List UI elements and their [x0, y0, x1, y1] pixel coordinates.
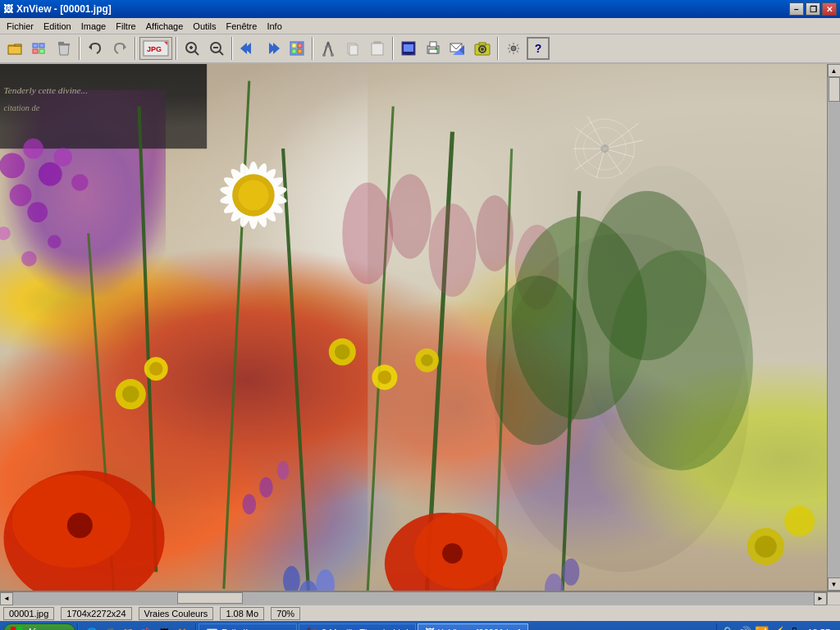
svg-rect-6: [39, 49, 44, 53]
svg-point-32: [322, 53, 326, 57]
tray-icon-3: 📶: [755, 626, 769, 630]
menu-fenetre[interactable]: Fenêtre: [221, 20, 262, 33]
redo-button[interactable]: [108, 37, 131, 60]
toolbar-separator-7: [497, 37, 499, 60]
copy-button[interactable]: [341, 37, 364, 60]
scroll-up-button[interactable]: ▲: [828, 64, 841, 77]
system-tray: 🔒 🔊 📶 ⚡ 🖧 18:57: [716, 623, 837, 630]
scroll-right-button[interactable]: ►: [814, 592, 827, 605]
menu-edition[interactable]: Edition: [39, 20, 76, 33]
restore-button[interactable]: ❐: [806, 2, 820, 16]
svg-rect-3: [33, 43, 38, 48]
scroll-down-button[interactable]: ▼: [828, 578, 841, 591]
files-icon[interactable]: 📁: [120, 624, 136, 630]
svg-point-33: [331, 53, 334, 57]
toolbar-separator-2: [135, 37, 136, 60]
taskbar-felixii[interactable]: 📧 Felix II: [199, 623, 297, 630]
tray-icon-1: 🔒: [720, 626, 734, 630]
svg-rect-5: [33, 49, 38, 53]
settings-button[interactable]: [502, 37, 525, 60]
svg-rect-28: [292, 49, 296, 53]
svg-point-46: [436, 48, 438, 50]
taskbar-separator-1: [77, 623, 79, 630]
fullscreen-button[interactable]: [397, 37, 420, 60]
scrollbar-container-h: ◄ ►: [0, 591, 840, 605]
svg-rect-39: [374, 42, 381, 43]
menu-fichier[interactable]: Fichier: [2, 20, 39, 33]
next-button[interactable]: [261, 37, 284, 60]
svg-line-17: [194, 51, 199, 55]
browse-button[interactable]: [28, 37, 51, 60]
taskbar: démarrer 🌐 🎵 📁 📬 🖼 🦊 📧 Felix II 🦅 2 Mozi…: [0, 621, 840, 630]
window-title: XnView - [00001.jpg]: [16, 3, 112, 15]
cut-button[interactable]: [317, 37, 340, 60]
open-button[interactable]: [3, 37, 26, 60]
menu-affichage[interactable]: Affichage: [141, 20, 189, 33]
zoom-out-button[interactable]: [205, 37, 228, 60]
taskbar-xnview[interactable]: 🖼 XnView - [00001.jpg]: [418, 623, 528, 630]
svg-rect-27: [298, 43, 302, 48]
toolbar-separator-5: [312, 37, 313, 60]
scroll-left-button[interactable]: ◄: [0, 592, 13, 605]
status-zoom: 70%: [271, 607, 300, 620]
photo-icon[interactable]: 🖼: [156, 624, 172, 630]
status-filename: 00001.jpg: [3, 607, 54, 620]
menu-outils[interactable]: Outils: [188, 20, 221, 33]
svg-line-20: [219, 51, 223, 55]
toolbar-separator-3: [176, 37, 177, 60]
view-button[interactable]: [285, 37, 308, 60]
tray-icon-5: 🖧: [789, 626, 801, 630]
scroll-track-horizontal[interactable]: [13, 592, 814, 605]
delete-button[interactable]: [52, 37, 75, 60]
toolbar-separator-6: [392, 37, 394, 60]
svg-rect-4: [39, 43, 44, 48]
toolbar-separator-1: [79, 37, 80, 60]
svg-point-52: [481, 48, 484, 51]
start-label: démarrer: [25, 627, 68, 630]
ff-icon[interactable]: 🦊: [174, 624, 190, 630]
prev-button[interactable]: [236, 37, 259, 60]
svg-point-54: [511, 46, 516, 51]
email-button[interactable]: [446, 37, 469, 60]
tray-icon-4: ⚡: [772, 626, 786, 630]
horizontal-scrollbar: ◄ ►: [0, 591, 827, 605]
main-area: Tenderly cette divine... citation de: [0, 64, 840, 591]
svg-rect-26: [292, 43, 296, 48]
ie-icon[interactable]: 🌐: [84, 624, 100, 630]
svg-rect-140: [11, 627, 16, 630]
status-dimensions: 1704x2272x24: [61, 607, 131, 620]
scroll-thumb-horizontal[interactable]: [177, 592, 243, 604]
svg-rect-45: [429, 49, 437, 53]
help-button[interactable]: ?: [527, 37, 550, 60]
svg-line-31: [328, 42, 332, 55]
menu-info[interactable]: Info: [262, 20, 286, 33]
scroll-track-vertical[interactable]: [828, 77, 841, 578]
taskbar-thunderbird[interactable]: 🦅 2 Mozilla Thunderbird: [299, 623, 416, 630]
title-bar-controls: − ❐ ✕: [789, 2, 837, 16]
start-button[interactable]: démarrer: [3, 623, 75, 630]
mail2-icon[interactable]: 📬: [138, 624, 154, 630]
convert-button[interactable]: JPG: [139, 37, 172, 60]
svg-line-30: [324, 42, 328, 55]
toolbar: JPG ?: [0, 34, 840, 64]
toolbar-separator-4: [231, 37, 233, 60]
zoom-in-button[interactable]: [180, 37, 203, 60]
paste-button[interactable]: [366, 37, 389, 60]
menu-bar: Fichier Edition Image Filtre Affichage O…: [0, 18, 840, 34]
camera-button[interactable]: [471, 37, 494, 60]
menu-filtre[interactable]: Filtre: [111, 20, 140, 33]
scroll-thumb-vertical[interactable]: [829, 77, 840, 102]
media-icon[interactable]: 🎵: [102, 624, 118, 630]
title-bar: 🖼 XnView - [00001.jpg] − ❐ ✕: [0, 0, 840, 18]
print-button[interactable]: [422, 37, 445, 60]
svg-rect-2: [15, 44, 21, 46]
app-icon: 🖼: [3, 3, 13, 15]
thunderbird-icon: 🦅: [306, 627, 318, 630]
scrollbar-corner: [827, 591, 840, 605]
undo-button[interactable]: [84, 37, 107, 60]
menu-image[interactable]: Image: [76, 20, 112, 33]
minimize-button[interactable]: −: [789, 2, 804, 16]
svg-marker-24: [273, 43, 280, 54]
close-button[interactable]: ✕: [822, 2, 837, 16]
image-container: Tenderly cette divine... citation de: [0, 64, 827, 591]
